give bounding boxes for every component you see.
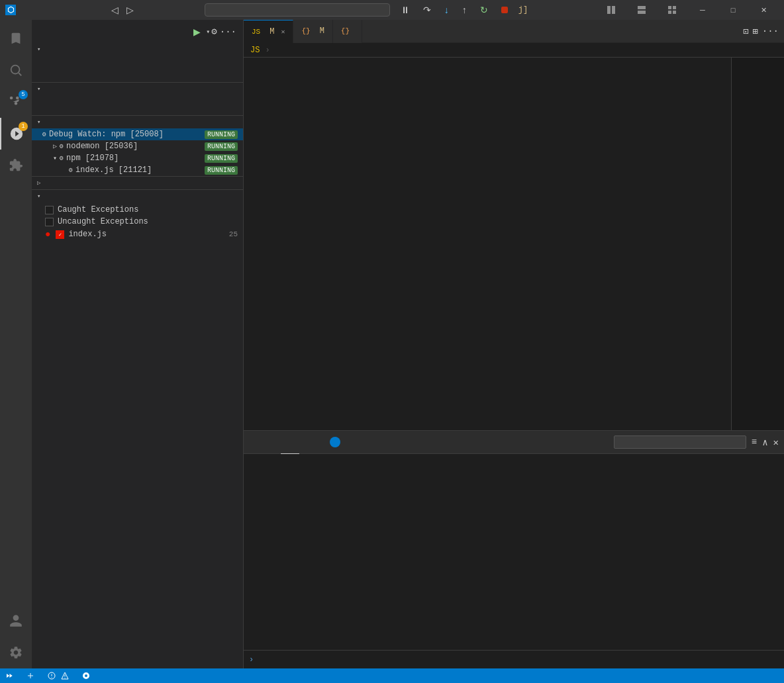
watch-content [32,95,243,115]
breakpoint-indexjs-checkbox[interactable]: ✓ [56,230,64,239]
breadcrumb-sep: › [265,46,270,55]
debug-step-into[interactable]: ↓ [442,3,452,17]
debug-step-out[interactable]: ↑ [460,3,469,17]
svg-rect-2 [638,6,646,9]
debug-restart[interactable]: ↻ [477,3,491,17]
panel-word-wrap-btn[interactable]: ≡ [752,437,757,447]
debug-forward[interactable]: ▷ [124,3,136,17]
panel-filter-input[interactable] [614,435,746,449]
status-position[interactable] [731,668,742,683]
callstack-arrow: ▾ [37,118,41,126]
menu-file[interactable] [21,9,32,11]
callstack-item-indexjs[interactable]: ⚙ index.js [21121] RUNNING [37,164,243,176]
panel-tab-terminal[interactable] [299,431,318,454]
breakpoints-header[interactable]: ▾ [32,190,243,203]
debug-stop[interactable] [499,3,511,17]
tab-layout-btn[interactable]: ⊞ [752,26,758,37]
debug-back[interactable]: ◁ [109,3,121,17]
panel-tabs-right: ≡ ∧ ✕ [609,435,784,449]
status-encoding[interactable] [752,668,763,683]
svg-rect-5 [673,6,676,9]
maximize-btn[interactable]: □ [718,0,748,20]
debug-more-icon[interactable]: ··· [219,25,238,38]
status-debug-items[interactable] [77,668,98,683]
tab-indexjs-modified: M [270,27,274,36]
editor-with-minimap [244,58,784,430]
panel-close-btn[interactable]: ✕ [773,437,779,448]
variables-arrow: ▾ [37,46,41,53]
panel-tab-debug-console[interactable] [281,431,299,454]
callstack-item-npm[interactable]: ▾ ⚙ npm [21078] RUNNING [37,152,243,164]
layout-btn3[interactable] [657,0,687,20]
svg-rect-0 [607,6,611,14]
breakpoint-uncaught-checkbox[interactable] [45,218,54,226]
menu-view[interactable] [61,9,72,11]
menu-go[interactable] [74,9,85,11]
breakpoint-indexjs-label: index.js [68,230,107,239]
panel-tab-ports[interactable] [318,431,350,454]
tab-indexjs-close[interactable]: ✕ [281,28,285,36]
console-input[interactable] [259,655,779,664]
debug-settings-icon[interactable]: ⚙ [210,24,218,38]
activity-explorer[interactable] [0,23,32,54]
breakpoint-uncaught[interactable]: Uncaught Exceptions [32,216,243,228]
activity-source-control[interactable]: 5 [0,86,32,118]
run-debug-badge: 1 [19,122,28,131]
activity-search[interactable] [0,54,32,86]
variables-section: ▾ [32,43,243,82]
activity-bar: 5 1 [0,20,32,668]
tab-packagejson[interactable]: {} M [293,20,332,43]
breakpoint-indexjs[interactable]: ● ✓ index.js 25 [32,228,243,241]
activity-account[interactable] [0,605,32,637]
loaded-scripts-arrow: ▷ [37,179,41,187]
callstack-item-nodemon[interactable]: ▷ ⚙ nodemon [25036] RUNNING [37,140,243,152]
start-debug-btn[interactable]: ▶ [193,26,201,37]
minimize-btn[interactable]: ─ [687,0,718,20]
activity-extensions[interactable] [0,150,32,181]
panel-tab-problems[interactable] [244,431,262,454]
menu-more[interactable] [87,9,98,11]
panel-collapse-btn[interactable]: ∧ [762,437,767,448]
breakpoint-caught[interactable]: Caught Exceptions [32,204,243,216]
breakpoint-caught-checkbox[interactable] [45,206,54,214]
activity-settings[interactable] [0,637,32,668]
status-git[interactable] [21,668,42,683]
tab-more-btn[interactable]: ··· [762,26,779,36]
loaded-scripts-header[interactable]: ▷ [32,177,243,189]
status-errors[interactable] [42,668,77,683]
status-spaces[interactable] [742,668,752,683]
breakpoints-content: Caught Exceptions Uncaught Exceptions ● … [32,203,243,242]
close-btn[interactable]: ✕ [748,0,779,20]
layout-btn2[interactable] [626,0,657,20]
status-language[interactable] [773,668,784,683]
callstack-item-debugwatch[interactable]: ⚙ Debug Watch: npm [25008] RUNNING [32,128,243,140]
minimap-canvas [732,58,784,319]
activity-run-debug[interactable]: 1 [0,118,32,150]
tab-packagejson-icon: {} [301,27,310,35]
title-bar: ⬡ ◁ ▷ ⏸ ↷ ↓ ↑ ↻ j] [0,0,784,20]
panel-tab-output[interactable] [262,431,281,454]
variables-header[interactable]: ▾ [32,43,243,56]
search-input[interactable] [205,3,390,17]
status-debug-watch[interactable] [98,668,109,683]
menu-selection[interactable] [48,9,58,11]
status-wsl[interactable] [0,668,21,683]
callstack-item-debugwatch-badge: RUNNING [205,130,238,139]
search-area: ⏸ ↷ ↓ ↑ ↻ j] [142,3,591,17]
menu-edit[interactable] [34,9,45,11]
debug-pause[interactable]: ⏸ [398,3,413,17]
tab-launchjson[interactable]: {} [333,20,362,43]
watch-header[interactable]: ▾ [32,82,243,95]
console-prompt-icon: › [249,655,254,664]
callstack-header[interactable]: ▾ [32,116,243,128]
debug-step-over[interactable]: ↷ [420,3,434,17]
code-editor[interactable] [244,58,731,430]
tab-launchjson-icon: {} [341,27,350,35]
callstack-item-debugwatch-name: Debug Watch: npm [25008] [49,130,202,139]
tab-indexjs[interactable]: JS M ✕ [244,20,293,43]
split-editor-btn[interactable]: ⊡ [743,26,748,37]
console-output[interactable] [244,454,784,650]
window-controls: ─ □ ✕ [596,0,779,20]
layout-editors-btn[interactable] [596,0,626,20]
status-line-ending[interactable] [763,668,773,683]
